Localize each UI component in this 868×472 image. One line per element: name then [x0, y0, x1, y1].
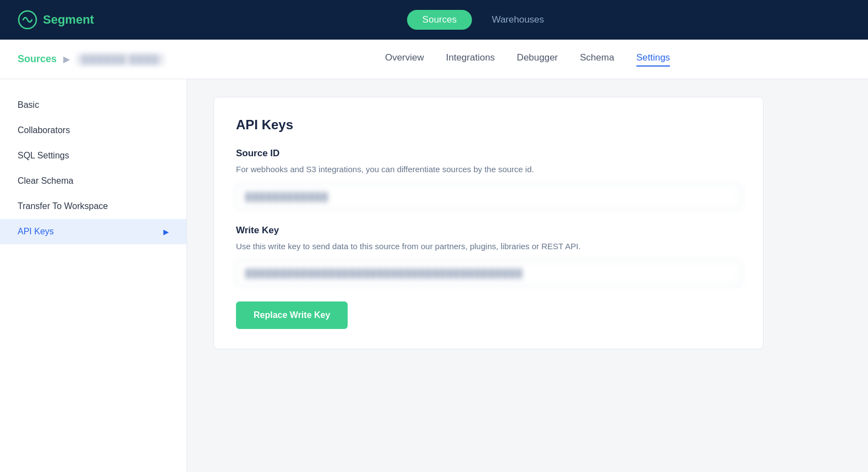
chevron-right-icon: ▶: [163, 228, 169, 236]
breadcrumb-bar: Sources ▶ ██████ ████ Overview Integrati…: [0, 40, 868, 79]
sidebar-item-api-keys-label: API Keys: [18, 227, 54, 237]
segment-logo-icon: [18, 10, 37, 30]
tab-nav: Overview Integrations Debugger Schema Se…: [205, 52, 850, 67]
breadcrumb-sources[interactable]: Sources: [18, 53, 57, 65]
sidebar-item-basic[interactable]: Basic: [0, 92, 186, 118]
tab-settings[interactable]: Settings: [636, 52, 670, 67]
breadcrumb-source-name: ██████ ████: [76, 53, 164, 65]
sidebar-item-clear-schema-label: Clear Schema: [18, 176, 73, 186]
tab-integrations[interactable]: Integrations: [446, 52, 495, 67]
sidebar-item-collaborators-label: Collaborators: [18, 125, 70, 135]
nav-warehouses-button[interactable]: Warehouses: [476, 10, 559, 30]
sidebar-item-sql-settings[interactable]: SQL Settings: [0, 143, 186, 168]
source-id-title: Source ID: [236, 148, 741, 159]
write-key-section: Write Key Use this write key to send dat…: [236, 225, 741, 330]
tab-overview[interactable]: Overview: [385, 52, 424, 67]
sidebar: Basic Collaborators SQL Settings Clear S…: [0, 79, 187, 472]
sidebar-item-transfer-workspace[interactable]: Transfer To Workspace: [0, 194, 186, 219]
card-title: API Keys: [236, 117, 741, 133]
nav-center: Sources Warehouses: [116, 10, 850, 30]
api-keys-card: API Keys Source ID For webhooks and S3 i…: [213, 97, 763, 349]
sidebar-item-sql-settings-label: SQL Settings: [18, 151, 69, 161]
tab-schema[interactable]: Schema: [580, 52, 614, 67]
write-key-title: Write Key: [236, 225, 741, 236]
tab-debugger[interactable]: Debugger: [517, 52, 558, 67]
write-key-description: Use this write key to send data to this …: [236, 240, 741, 253]
page-layout: Basic Collaborators SQL Settings Clear S…: [0, 79, 868, 472]
logo-text: Segment: [43, 13, 94, 27]
logo[interactable]: Segment: [18, 10, 94, 30]
breadcrumb-arrow: ▶: [63, 54, 70, 64]
replace-write-key-button[interactable]: Replace Write Key: [236, 301, 348, 329]
sidebar-item-collaborators[interactable]: Collaborators: [0, 118, 186, 143]
breadcrumb-left: Sources ▶ ██████ ████: [18, 53, 205, 65]
sidebar-item-transfer-workspace-label: Transfer To Workspace: [18, 201, 108, 211]
nav-sources-button[interactable]: Sources: [407, 10, 472, 30]
top-nav: Segment Sources Warehouses: [0, 0, 868, 40]
source-id-description: For webhooks and S3 integrations, you ca…: [236, 163, 741, 176]
sidebar-item-api-keys[interactable]: API Keys ▶: [0, 219, 186, 244]
source-id-section: Source ID For webhooks and S3 integratio…: [236, 148, 741, 210]
sidebar-item-clear-schema[interactable]: Clear Schema: [0, 168, 186, 194]
main-content: API Keys Source ID For webhooks and S3 i…: [187, 79, 868, 472]
source-id-field[interactable]: ████████████: [236, 184, 741, 210]
write-key-field[interactable]: ████████████████████████████████████████: [236, 260, 741, 286]
sidebar-item-basic-label: Basic: [18, 100, 39, 110]
